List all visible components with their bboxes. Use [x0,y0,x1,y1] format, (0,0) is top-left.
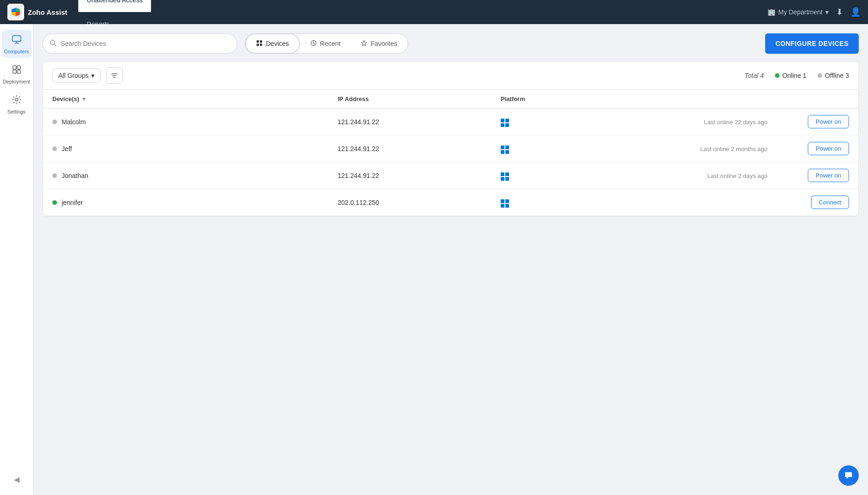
col-header-ip: IP Address [328,90,491,108]
table-row: Jeff 121.244.91.22 Last online 2 months … [43,135,858,162]
device-last-online-1: Last online 2 months ago [614,135,777,162]
device-ip-0: 121.244.91.22 [328,108,491,135]
device-last-online-3 [614,189,777,216]
devices-table: Device(s) ▾ IP Address Platform Malcolm [43,90,858,216]
device-action-cell-0: Power on [777,108,858,135]
department-selector[interactable]: 🏢 My Department ▾ [767,8,829,16]
device-name-0: Malcolm [62,118,86,126]
devices-grid-icon [256,40,263,48]
table-row: Jonathan 121.244.91.22 Last online 2 day… [43,162,858,189]
device-last-online-2: Last online 2 days ago [614,162,777,189]
tab-group: Devices Recent [245,33,408,54]
col-device-label: Device(s) [52,95,79,102]
last-online-text-1: Last online 2 months ago [700,146,767,152]
device-action-cell-3: Connect [777,189,858,216]
device-ip-3: 202.0.112.250 [328,189,491,216]
action-button-2[interactable]: Power on [808,169,849,182]
offline-label: Offline 3 [825,72,849,79]
settings-icon [12,95,22,107]
last-online-text-2: Last online 2 days ago [707,172,767,179]
sidebar: Computers Deployment Settings [0,24,33,495]
computers-icon [12,34,22,47]
filter-button[interactable] [106,67,123,84]
svg-rect-8 [257,40,259,43]
search-input[interactable] [61,40,230,47]
download-button[interactable]: ⬇ [836,7,843,17]
sidebar-item-deployment-label: Deployment [3,79,30,84]
top-navigation: Zoho Assist Remote Support Unattended Ac… [0,0,868,24]
table-row: Malcolm 121.244.91.22 Last online 22 day… [43,108,858,135]
col-header-platform: Platform [491,90,614,108]
total-stat: Total 4 [744,72,764,79]
svg-rect-3 [17,66,20,69]
sort-icon: ▾ [82,95,86,102]
collapse-icon: ◀ [14,475,19,484]
sidebar-item-deployment[interactable]: Deployment [2,60,31,88]
main-content: Devices Recent [33,24,868,495]
device-platform-3 [491,189,614,216]
devices-table-container: All Groups ▾ Total 4 Online 1 [43,61,859,216]
action-button-0[interactable]: Power on [808,115,849,128]
tab-devices[interactable]: Devices [245,33,300,54]
svg-point-6 [15,98,18,101]
device-name-cell-0: Malcolm [43,108,328,135]
device-ip-2: 121.244.91.22 [328,162,491,189]
device-platform-0 [491,108,614,135]
nav-unattended-access[interactable]: Unattended Access [78,0,151,12]
col-header-device[interactable]: Device(s) ▾ [43,90,328,108]
logo-icon [7,4,24,20]
sidebar-item-settings-label: Settings [7,109,26,114]
configure-devices-button[interactable]: CONFIGURE DEVICES [765,33,859,54]
tab-recent[interactable]: Recent [300,33,351,54]
table-header-row: Device(s) ▾ IP Address Platform [43,90,858,108]
star-icon [361,40,367,48]
sidebar-collapse-btn[interactable]: ◀ [2,470,31,488]
sidebar-item-settings[interactable]: Settings [2,90,31,118]
chat-button[interactable] [838,465,859,486]
sidebar-item-computers[interactable]: Computers [2,30,31,58]
dept-icon: 🏢 [767,8,775,16]
group-bar: All Groups ▾ Total 4 Online 1 [43,62,858,90]
dept-chevron-icon: ▾ [825,8,829,16]
windows-icon-0 [501,119,509,127]
device-action-cell-1: Power on [777,135,858,162]
logo-text: Zoho Assist [28,8,67,16]
clock-icon [310,40,317,48]
device-name-cell-1: Jeff [43,135,328,162]
sidebar-collapse[interactable]: ◀ [2,470,31,488]
device-name-cell-3: jennifer [43,189,328,216]
user-button[interactable]: 👤 [850,7,861,17]
offline-dot [818,73,822,78]
windows-icon-2 [501,172,509,181]
svg-rect-1 [13,36,21,41]
device-platform-1 [491,135,614,162]
svg-rect-4 [13,70,16,73]
windows-icon-1 [501,146,509,154]
device-name-cell-2: Jonathan [43,162,328,189]
table-row: jennifer 202.0.112.250 Connect [43,189,858,216]
logo-area[interactable]: Zoho Assist [7,4,67,20]
device-name-2: Jonathan [62,172,88,179]
top-bar: Devices Recent [43,33,859,54]
online-label: Online 1 [782,72,806,79]
status-dot-2 [52,173,57,178]
tab-favorites[interactable]: Favorites [351,33,408,54]
device-name-3: jennifer [62,199,83,206]
stats-area: Total 4 Online 1 Offline 3 [744,72,849,79]
group-selector[interactable]: All Groups ▾ [52,69,101,82]
online-dot [775,73,780,78]
device-ip-1: 121.244.91.22 [328,135,491,162]
action-button-1[interactable]: Power on [808,142,849,155]
tab-recent-label: Recent [320,40,340,47]
status-dot-1 [52,146,57,151]
windows-icon-3 [501,199,509,208]
col-header-action [777,90,858,108]
deployment-icon [12,64,22,77]
action-button-3[interactable]: Connect [811,196,849,209]
tab-devices-label: Devices [266,40,289,47]
svg-rect-10 [257,44,259,46]
nav-right: 🏢 My Department ▾ ⬇ 👤 [767,7,861,17]
search-box[interactable] [43,33,237,54]
svg-rect-5 [17,70,20,73]
status-dot-3 [52,200,57,205]
